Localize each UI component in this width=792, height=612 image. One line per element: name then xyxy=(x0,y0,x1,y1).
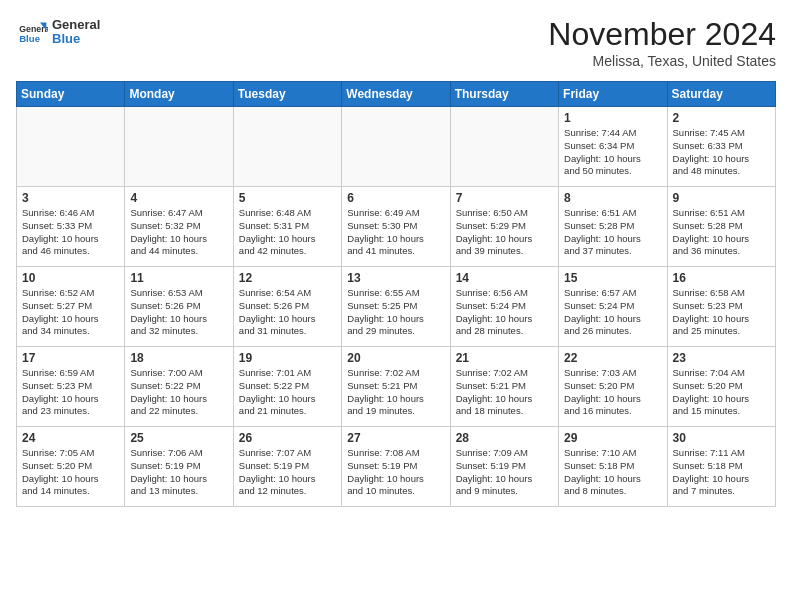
calendar-cell: 1Sunrise: 7:44 AMSunset: 6:34 PMDaylight… xyxy=(559,107,667,187)
day-number: 16 xyxy=(673,271,770,285)
day-of-week-header: Sunday xyxy=(17,82,125,107)
calendar-cell: 30Sunrise: 7:11 AMSunset: 5:18 PMDayligh… xyxy=(667,427,775,507)
title-block: November 2024 Melissa, Texas, United Sta… xyxy=(548,16,776,69)
day-of-week-header: Saturday xyxy=(667,82,775,107)
day-number: 9 xyxy=(673,191,770,205)
calendar-header-row: SundayMondayTuesdayWednesdayThursdayFrid… xyxy=(17,82,776,107)
calendar-cell xyxy=(17,107,125,187)
day-of-week-header: Monday xyxy=(125,82,233,107)
day-number: 30 xyxy=(673,431,770,445)
calendar-cell: 27Sunrise: 7:08 AMSunset: 5:19 PMDayligh… xyxy=(342,427,450,507)
cell-content: Sunrise: 7:00 AMSunset: 5:22 PMDaylight:… xyxy=(130,367,227,418)
cell-content: Sunrise: 7:06 AMSunset: 5:19 PMDaylight:… xyxy=(130,447,227,498)
day-number: 24 xyxy=(22,431,119,445)
day-number: 27 xyxy=(347,431,444,445)
logo-text: General Blue xyxy=(52,18,100,47)
cell-content: Sunrise: 7:08 AMSunset: 5:19 PMDaylight:… xyxy=(347,447,444,498)
calendar-week-row: 17Sunrise: 6:59 AMSunset: 5:23 PMDayligh… xyxy=(17,347,776,427)
cell-content: Sunrise: 7:45 AMSunset: 6:33 PMDaylight:… xyxy=(673,127,770,178)
day-number: 2 xyxy=(673,111,770,125)
cell-content: Sunrise: 6:54 AMSunset: 5:26 PMDaylight:… xyxy=(239,287,336,338)
calendar-week-row: 10Sunrise: 6:52 AMSunset: 5:27 PMDayligh… xyxy=(17,267,776,347)
calendar-cell: 24Sunrise: 7:05 AMSunset: 5:20 PMDayligh… xyxy=(17,427,125,507)
logo-icon: General Blue xyxy=(16,16,48,48)
cell-content: Sunrise: 6:50 AMSunset: 5:29 PMDaylight:… xyxy=(456,207,553,258)
cell-content: Sunrise: 6:58 AMSunset: 5:23 PMDaylight:… xyxy=(673,287,770,338)
calendar-cell: 22Sunrise: 7:03 AMSunset: 5:20 PMDayligh… xyxy=(559,347,667,427)
calendar-table: SundayMondayTuesdayWednesdayThursdayFrid… xyxy=(16,81,776,507)
calendar-cell: 18Sunrise: 7:00 AMSunset: 5:22 PMDayligh… xyxy=(125,347,233,427)
day-number: 7 xyxy=(456,191,553,205)
cell-content: Sunrise: 6:49 AMSunset: 5:30 PMDaylight:… xyxy=(347,207,444,258)
day-of-week-header: Wednesday xyxy=(342,82,450,107)
calendar-cell: 5Sunrise: 6:48 AMSunset: 5:31 PMDaylight… xyxy=(233,187,341,267)
cell-content: Sunrise: 6:56 AMSunset: 5:24 PMDaylight:… xyxy=(456,287,553,338)
day-number: 10 xyxy=(22,271,119,285)
logo: General Blue General Blue xyxy=(16,16,100,48)
day-number: 28 xyxy=(456,431,553,445)
cell-content: Sunrise: 6:51 AMSunset: 5:28 PMDaylight:… xyxy=(673,207,770,258)
calendar-cell: 28Sunrise: 7:09 AMSunset: 5:19 PMDayligh… xyxy=(450,427,558,507)
cell-content: Sunrise: 6:46 AMSunset: 5:33 PMDaylight:… xyxy=(22,207,119,258)
calendar-cell: 15Sunrise: 6:57 AMSunset: 5:24 PMDayligh… xyxy=(559,267,667,347)
calendar-cell: 11Sunrise: 6:53 AMSunset: 5:26 PMDayligh… xyxy=(125,267,233,347)
day-number: 19 xyxy=(239,351,336,365)
day-number: 15 xyxy=(564,271,661,285)
cell-content: Sunrise: 6:47 AMSunset: 5:32 PMDaylight:… xyxy=(130,207,227,258)
day-number: 8 xyxy=(564,191,661,205)
day-of-week-header: Thursday xyxy=(450,82,558,107)
day-number: 11 xyxy=(130,271,227,285)
svg-text:Blue: Blue xyxy=(19,33,40,44)
page-header: General Blue General Blue November 2024 … xyxy=(16,16,776,69)
cell-content: Sunrise: 7:02 AMSunset: 5:21 PMDaylight:… xyxy=(456,367,553,418)
calendar-cell xyxy=(342,107,450,187)
day-number: 25 xyxy=(130,431,227,445)
cell-content: Sunrise: 7:10 AMSunset: 5:18 PMDaylight:… xyxy=(564,447,661,498)
calendar-cell: 2Sunrise: 7:45 AMSunset: 6:33 PMDaylight… xyxy=(667,107,775,187)
cell-content: Sunrise: 6:51 AMSunset: 5:28 PMDaylight:… xyxy=(564,207,661,258)
day-number: 26 xyxy=(239,431,336,445)
calendar-cell: 8Sunrise: 6:51 AMSunset: 5:28 PMDaylight… xyxy=(559,187,667,267)
calendar-week-row: 1Sunrise: 7:44 AMSunset: 6:34 PMDaylight… xyxy=(17,107,776,187)
calendar-cell: 20Sunrise: 7:02 AMSunset: 5:21 PMDayligh… xyxy=(342,347,450,427)
cell-content: Sunrise: 7:05 AMSunset: 5:20 PMDaylight:… xyxy=(22,447,119,498)
day-of-week-header: Friday xyxy=(559,82,667,107)
day-number: 29 xyxy=(564,431,661,445)
day-number: 13 xyxy=(347,271,444,285)
location-subtitle: Melissa, Texas, United States xyxy=(548,53,776,69)
calendar-cell: 21Sunrise: 7:02 AMSunset: 5:21 PMDayligh… xyxy=(450,347,558,427)
cell-content: Sunrise: 7:03 AMSunset: 5:20 PMDaylight:… xyxy=(564,367,661,418)
day-number: 4 xyxy=(130,191,227,205)
day-number: 21 xyxy=(456,351,553,365)
calendar-cell: 26Sunrise: 7:07 AMSunset: 5:19 PMDayligh… xyxy=(233,427,341,507)
cell-content: Sunrise: 6:53 AMSunset: 5:26 PMDaylight:… xyxy=(130,287,227,338)
calendar-cell: 13Sunrise: 6:55 AMSunset: 5:25 PMDayligh… xyxy=(342,267,450,347)
calendar-cell: 25Sunrise: 7:06 AMSunset: 5:19 PMDayligh… xyxy=(125,427,233,507)
cell-content: Sunrise: 7:09 AMSunset: 5:19 PMDaylight:… xyxy=(456,447,553,498)
calendar-cell: 7Sunrise: 6:50 AMSunset: 5:29 PMDaylight… xyxy=(450,187,558,267)
calendar-cell: 19Sunrise: 7:01 AMSunset: 5:22 PMDayligh… xyxy=(233,347,341,427)
day-number: 12 xyxy=(239,271,336,285)
cell-content: Sunrise: 6:52 AMSunset: 5:27 PMDaylight:… xyxy=(22,287,119,338)
day-number: 20 xyxy=(347,351,444,365)
day-number: 18 xyxy=(130,351,227,365)
logo-blue: Blue xyxy=(52,32,100,46)
cell-content: Sunrise: 6:59 AMSunset: 5:23 PMDaylight:… xyxy=(22,367,119,418)
day-number: 3 xyxy=(22,191,119,205)
calendar-cell: 16Sunrise: 6:58 AMSunset: 5:23 PMDayligh… xyxy=(667,267,775,347)
cell-content: Sunrise: 7:11 AMSunset: 5:18 PMDaylight:… xyxy=(673,447,770,498)
cell-content: Sunrise: 7:01 AMSunset: 5:22 PMDaylight:… xyxy=(239,367,336,418)
cell-content: Sunrise: 6:48 AMSunset: 5:31 PMDaylight:… xyxy=(239,207,336,258)
calendar-cell: 4Sunrise: 6:47 AMSunset: 5:32 PMDaylight… xyxy=(125,187,233,267)
logo-general: General xyxy=(52,18,100,32)
cell-content: Sunrise: 6:57 AMSunset: 5:24 PMDaylight:… xyxy=(564,287,661,338)
calendar-week-row: 3Sunrise: 6:46 AMSunset: 5:33 PMDaylight… xyxy=(17,187,776,267)
calendar-cell xyxy=(125,107,233,187)
cell-content: Sunrise: 7:07 AMSunset: 5:19 PMDaylight:… xyxy=(239,447,336,498)
calendar-cell: 29Sunrise: 7:10 AMSunset: 5:18 PMDayligh… xyxy=(559,427,667,507)
day-number: 5 xyxy=(239,191,336,205)
cell-content: Sunrise: 7:04 AMSunset: 5:20 PMDaylight:… xyxy=(673,367,770,418)
calendar-cell: 10Sunrise: 6:52 AMSunset: 5:27 PMDayligh… xyxy=(17,267,125,347)
calendar-cell xyxy=(450,107,558,187)
calendar-cell: 17Sunrise: 6:59 AMSunset: 5:23 PMDayligh… xyxy=(17,347,125,427)
